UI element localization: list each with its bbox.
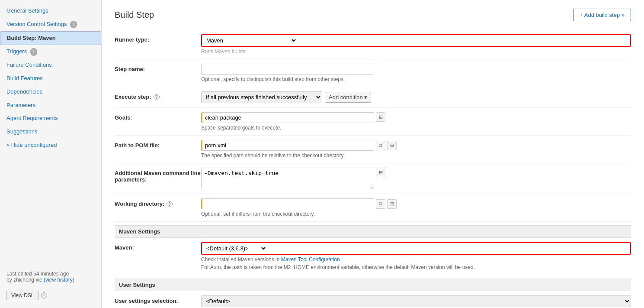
maven-label: Maven: xyxy=(115,242,201,251)
working-directory-input[interactable] xyxy=(201,198,374,209)
goals-expand-icon[interactable]: ⊞ xyxy=(376,112,385,122)
last-edited-text: Last edited 54 minutes ago by zhicheng x… xyxy=(6,271,95,283)
pom-file-hint: The specified path should be relative to… xyxy=(201,152,631,159)
dsl-section: View DSL ? xyxy=(0,287,101,304)
sidebar: General Settings Version Control Setting… xyxy=(0,0,102,308)
additional-maven-row: Additional Maven command line parameters… xyxy=(115,163,631,194)
step-name-content: Optional, specify to distinguish this bu… xyxy=(201,64,631,82)
additional-maven-label: Additional Maven command line parameters… xyxy=(115,168,201,183)
runner-type-label: Runner type: xyxy=(115,34,201,43)
sidebar-item-build-step-maven[interactable]: Build Step: Maven xyxy=(0,31,101,45)
triggers-badge: 1 xyxy=(30,48,37,56)
working-dir-copy-icon[interactable]: ⧉ xyxy=(376,199,385,209)
runner-type-row: Runner type: Maven Runs Maven builds. xyxy=(115,30,631,59)
maven-tool-config-link[interactable]: Maven Tool Configuration xyxy=(281,256,340,263)
textarea-wrapper: -Dmaven.test.skip=true ⊞ xyxy=(201,168,631,189)
step-name-row: Step name: Optional, specify to distingu… xyxy=(115,59,631,87)
maven-hint2: For Auto, the path is taken from the M2_… xyxy=(201,264,631,270)
maven-settings-header: Maven Settings xyxy=(115,225,631,238)
maven-version-select[interactable]: <Default (3.6.3)> xyxy=(202,243,267,254)
sidebar-item-hide-unconfigured[interactable]: « Hide unconfigured xyxy=(0,139,101,152)
add-condition-button[interactable]: Add condition ▾ xyxy=(325,92,371,103)
user-settings-select[interactable]: <Default> xyxy=(201,295,631,307)
maven-content: <Default (3.6.3)> Check installed Maven … xyxy=(201,242,631,270)
additional-maven-textarea[interactable]: -Dmaven.test.skip=true xyxy=(201,168,374,189)
sidebar-item-failure-conditions[interactable]: Failure Conditions xyxy=(0,58,101,72)
working-directory-hint: Optional, set if differs from the checko… xyxy=(201,211,631,217)
sidebar-item-suggestions[interactable]: Suggestions xyxy=(0,125,101,139)
sidebar-item-parameters[interactable]: Parameters xyxy=(0,99,101,112)
runner-select-wrapper: Maven xyxy=(201,34,631,47)
working-dir-help-icon[interactable]: ? xyxy=(167,201,173,207)
user-settings-content: <Default> Select one of the predefined s… xyxy=(201,295,631,308)
pom-copy-icon[interactable]: ⧉ xyxy=(376,141,385,150)
goals-content: ⊞ Space-separated goals to execute. xyxy=(201,112,631,131)
main-content: Build Step + Add build step » Runner typ… xyxy=(102,0,644,308)
goals-row: Goals: ⊞ Space-separated goals to execut… xyxy=(115,108,631,136)
user-settings-header: User Settings xyxy=(115,279,631,291)
dsl-help-icon[interactable]: ? xyxy=(41,292,47,298)
execute-step-label: Execute step: ? xyxy=(115,91,201,100)
pom-file-content: ⧉ ⊞ The specified path should be relativ… xyxy=(201,140,631,159)
sidebar-item-build-features[interactable]: Build Features xyxy=(0,72,101,85)
add-build-step-button[interactable]: + Add build step » xyxy=(573,9,631,21)
page-title: Build Step xyxy=(115,10,154,20)
pom-tree-icon[interactable]: ⊞ xyxy=(387,141,397,150)
step-name-input[interactable] xyxy=(201,64,374,75)
sidebar-footer: Last edited 54 minutes ago by zhicheng x… xyxy=(0,266,101,287)
step-name-label: Step name: xyxy=(115,64,201,72)
pom-file-label: Path to POM file: xyxy=(115,140,201,149)
working-directory-label: Working directory: ? xyxy=(115,198,201,207)
user-settings-row: User settings selection: <Default> Selec… xyxy=(115,291,631,308)
runner-type-content: Maven Runs Maven builds. xyxy=(201,34,631,55)
goals-input[interactable] xyxy=(201,112,374,123)
execute-step-select[interactable]: If all previous steps finished successfu… xyxy=(201,91,322,103)
maven-select-wrapper: <Default (3.6.3)> xyxy=(201,242,631,255)
sidebar-item-dependencies[interactable]: Dependencies xyxy=(0,85,101,99)
maven-hint1: Check installed Maven versions in Maven … xyxy=(201,256,631,263)
page-header: Build Step + Add build step » xyxy=(115,9,631,21)
working-directory-row: Working directory: ? ⧉ ⊞ Optional, set i… xyxy=(115,194,631,222)
sidebar-item-triggers[interactable]: Triggers 1 xyxy=(0,45,101,58)
step-name-hint: Optional, specify to distinguish this bu… xyxy=(201,76,631,82)
runner-type-select[interactable]: Maven xyxy=(202,35,297,46)
vcs-badge: 1 xyxy=(70,21,77,29)
user-settings-label: User settings selection: xyxy=(115,295,201,304)
sidebar-item-agent-requirements[interactable]: Agent Requirements xyxy=(0,112,101,125)
additional-maven-expand-icon[interactable]: ⊞ xyxy=(376,168,385,177)
view-dsl-button[interactable]: View DSL xyxy=(6,291,38,300)
sidebar-item-vcs-settings[interactable]: Version Control Settings 1 xyxy=(0,18,101,31)
goals-hint: Space-separated goals to execute. xyxy=(201,125,631,131)
add-condition-dropdown-icon: ▾ xyxy=(364,94,367,101)
pom-wrapper: ⧉ ⊞ xyxy=(201,140,631,151)
goals-label: Goals: xyxy=(115,112,201,121)
working-dir-tree-icon[interactable]: ⊞ xyxy=(387,199,397,209)
execute-step-help-icon[interactable]: ? xyxy=(154,94,160,100)
goals-wrapper: ⊞ xyxy=(201,112,631,123)
execute-step-row: Execute step: ? If all previous steps fi… xyxy=(115,87,631,108)
execute-wrapper: If all previous steps finished successfu… xyxy=(201,91,631,103)
additional-maven-content: -Dmaven.test.skip=true ⊞ xyxy=(201,168,631,189)
maven-row: Maven: <Default (3.6.3)> Check installed… xyxy=(115,238,631,275)
view-history-link[interactable]: (view history) xyxy=(44,277,74,283)
execute-step-content: If all previous steps finished successfu… xyxy=(201,91,631,103)
pom-file-row: Path to POM file: ⧉ ⊞ The specified path… xyxy=(115,136,631,163)
runner-type-hint: Runs Maven builds. xyxy=(201,49,631,55)
working-directory-content: ⧉ ⊞ Optional, set if differs from the ch… xyxy=(201,198,631,217)
working-dir-wrapper: ⧉ ⊞ xyxy=(201,198,631,209)
pom-file-input[interactable] xyxy=(201,140,374,151)
sidebar-item-general-settings[interactable]: General Settings xyxy=(0,4,101,18)
build-step-form: Runner type: Maven Runs Maven builds. St… xyxy=(115,30,631,308)
